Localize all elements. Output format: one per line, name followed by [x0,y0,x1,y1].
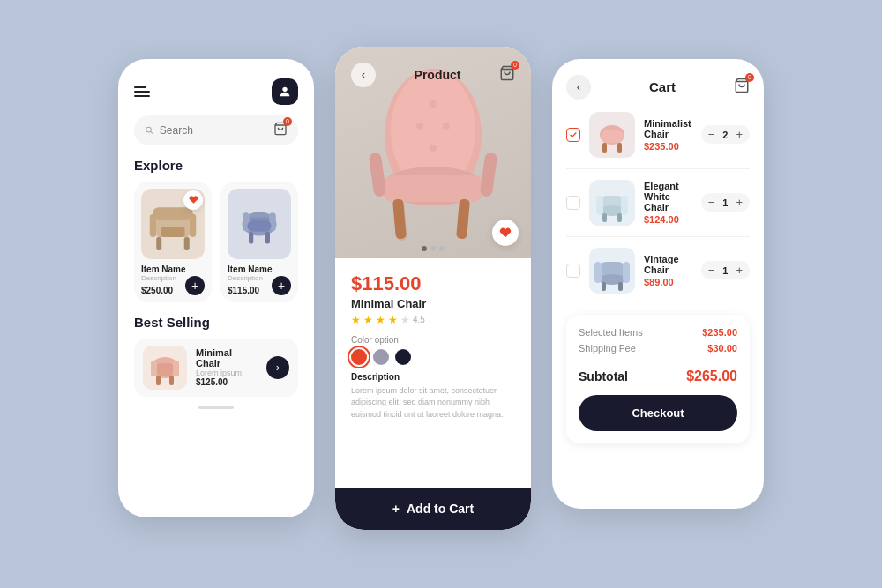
star-1: ★ [351,314,361,326]
add-to-cart-button[interactable]: + Add to Cart [335,488,531,530]
add-to-cart-label: Add to Cart [407,502,474,516]
cart-item-1-price: $235.00 [644,141,692,152]
cart-item-1: Minimalist Chair $235.00 − 2 + [566,112,750,169]
star-5: ★ [400,314,410,326]
qty-plus-3[interactable]: + [736,264,743,276]
explore-grid: Item Name Description $250.00 + [134,182,298,302]
check-icon-1 [569,130,578,139]
svg-point-0 [282,86,287,91]
product-cart-icon[interactable]: 0 [499,65,515,85]
best-selling-sub: Lorem ipsum [196,368,258,377]
best-selling-img [143,346,187,390]
cart-item-3-name: Vintage Chair [644,254,692,275]
svg-rect-30 [392,198,407,239]
cart-chair-2-svg [589,180,635,226]
qty-control-2: − 1 + [701,193,750,212]
cart-item-2: Elegant White Chair $124.00 − 1 + [566,180,750,237]
best-selling-title: Best Selling [134,315,298,330]
cart-header: ‹ Cart 0 [566,75,750,100]
svg-point-1 [146,127,152,132]
explore-card-1: Item Name Description $250.00 + [134,182,212,302]
cart-item-1-img [589,112,635,158]
profile-button[interactable] [272,78,298,105]
svg-rect-41 [602,143,607,153]
selected-items-row: Selected Items $235.00 [579,327,737,338]
qty-val-1: 2 [720,130,730,140]
bottom-bar [134,406,298,409]
svg-rect-48 [621,196,628,215]
product-favorite-button[interactable] [492,220,519,246]
qty-control-3: − 1 + [701,261,750,279]
svg-rect-32 [369,152,387,197]
cart-badge-2: 0 [511,61,519,70]
color-gray[interactable] [373,349,389,365]
svg-rect-45 [602,213,607,222]
description-section: Description Lorem ipsum dolor sit amet, … [351,372,515,421]
svg-rect-47 [596,196,603,215]
shipping-val: $30.00 [707,343,737,354]
add-button-2[interactable]: + [272,276,291,295]
chair-2-svg [233,193,286,255]
svg-rect-23 [173,361,179,376]
svg-rect-8 [161,227,185,236]
svg-rect-14 [265,232,270,244]
search-icon [145,124,153,136]
svg-rect-28 [382,175,484,202]
cart-check-2[interactable] [566,196,580,210]
favorite-button-1[interactable] [183,190,203,210]
image-dots [422,246,445,251]
checkout-button[interactable]: Checkout [579,395,737,431]
cart-chair-3-svg [589,248,635,294]
shipping-label: Shipping Fee [579,343,636,354]
explore-card-2-img [228,189,291,259]
cart-back-button[interactable]: ‹ [566,75,591,100]
qty-plus-1[interactable]: + [736,129,743,140]
subtotal-val: $265.00 [686,368,737,384]
best-selling-arrow[interactable]: › [266,356,289,379]
search-input[interactable] [160,124,267,137]
card-2-name: Item Name [228,264,291,274]
back-button[interactable]: ‹ [351,63,376,87]
svg-point-35 [443,123,450,130]
cart-item-3-price: $89.00 [644,277,692,287]
cart-check-1[interactable] [566,128,580,142]
cart-check-3[interactable] [566,264,580,278]
svg-rect-9 [150,213,157,236]
add-button-1[interactable]: + [185,276,205,295]
svg-rect-53 [594,262,602,283]
svg-rect-22 [151,361,157,376]
color-dark[interactable] [395,349,411,365]
svg-rect-10 [190,213,197,236]
qty-minus-3[interactable]: − [708,264,715,276]
search-bar: 0 [134,115,298,145]
best-selling-info: Minimal Chair Lorem ipsum $125.00 [196,347,258,387]
svg-rect-52 [618,282,623,291]
svg-rect-42 [617,143,622,153]
cart-badge: 0 [283,117,292,126]
best-selling-row: Minimal Chair Lorem ipsum $125.00 › [134,339,298,397]
qty-minus-1[interactable]: − [708,129,715,140]
cart-summary: Selected Items $235.00 Shipping Fee $30.… [566,315,750,443]
color-label: Color option [351,335,515,345]
color-section: Color option [351,335,515,365]
subtotal-label: Subtotal [579,369,628,383]
color-red[interactable] [351,349,367,365]
svg-rect-5 [153,207,193,220]
svg-point-37 [430,100,437,108]
qty-minus-2[interactable]: − [708,197,715,208]
phone-cart: ‹ Cart 0 Minimalist Chair [552,59,764,509]
cart-item-2-info: Elegant White Chair $124.00 [644,181,692,225]
qty-plus-2[interactable]: + [736,197,743,208]
svg-point-36 [430,145,437,152]
svg-rect-51 [602,282,606,291]
cart-item-1-info: Minimalist Chair $235.00 [644,118,692,152]
rating-count: 4.5 [413,315,425,324]
cart-badge-3: 0 [745,73,754,82]
cart-header-icon[interactable]: 0 [734,78,750,97]
svg-rect-46 [617,213,622,222]
qty-control-1: − 2 + [701,125,750,144]
phone1-header [134,78,298,105]
menu-icon[interactable] [134,86,150,97]
cart-icon-wrap[interactable]: 0 [273,122,288,139]
qty-val-2: 1 [720,197,730,208]
